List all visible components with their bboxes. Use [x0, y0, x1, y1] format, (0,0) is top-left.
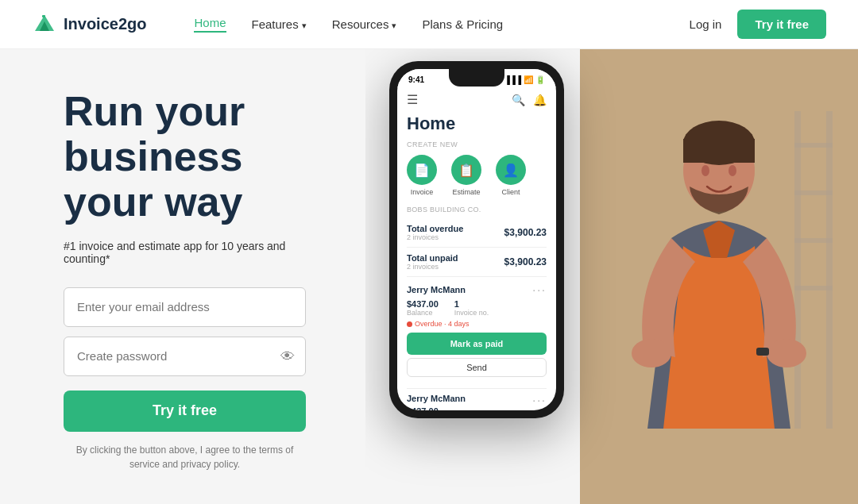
svg-rect-4 — [794, 111, 801, 429]
client-card2-header: Jerry McMann ··· — [407, 394, 547, 406]
phone-home-title: Home — [407, 113, 547, 134]
client-section-label: BOBS BUILDING CO. — [407, 206, 547, 214]
phone-nav-icons: 🔍 🔔 — [512, 94, 547, 106]
nav-resources[interactable]: Resources — [332, 17, 397, 31]
invoices-value: 1 — [454, 299, 489, 309]
phone-notch — [449, 69, 504, 87]
nav-pricing[interactable]: Plans & Pricing — [422, 17, 503, 31]
overdue-dot — [407, 321, 412, 327]
balance-value: $437.00 — [407, 299, 439, 309]
overdue-badge: Overdue · 4 days — [407, 320, 547, 328]
svg-rect-9 — [794, 286, 833, 290]
estimate-icon-circle: 📋 — [451, 155, 481, 185]
unpaid-label: Total unpaid — [407, 253, 458, 263]
create-icons-row: 📄 Invoice 📋 Estimate 👤 Client — [407, 155, 547, 196]
svg-rect-5 — [826, 111, 833, 429]
phone-mockup: 9:41 ▐▐▐ 📶 🔋 ☰ 🔍 🔔 — [389, 61, 564, 418]
disclaimer-text: By clicking the button above, I agree to… — [64, 443, 306, 471]
resources-chevron — [392, 17, 396, 31]
invoices-label: Invoice no. — [454, 309, 489, 317]
stat-unpaid: Total unpaid 2 invoices $3,900.23 — [407, 248, 547, 277]
client-name: Jerry McMann — [407, 285, 466, 294]
unpaid-amount: $3,900.23 — [504, 256, 547, 267]
create-estimate-item[interactable]: 📋 Estimate — [451, 155, 481, 196]
hero-try-free-button[interactable]: Try it free — [64, 391, 306, 432]
client2-balance: $437.00 — [407, 406, 547, 410]
svg-rect-8 — [794, 238, 833, 243]
navbar: Invoice2go Home Features Resources Plans… — [0, 0, 858, 49]
more-options2-icon[interactable]: ··· — [532, 394, 547, 406]
hero-subtitle: #1 invoice and estimate app for 10 years… — [64, 240, 334, 265]
estimate-label: Estimate — [452, 188, 480, 196]
signal-icon: ▐▐▐ — [504, 75, 521, 84]
status-icons: ▐▐▐ 📶 🔋 — [504, 75, 545, 84]
overdue-sub: 2 invoices — [407, 233, 463, 241]
nav-features[interactable]: Features — [252, 17, 307, 31]
phone-screen: 9:41 ▐▐▐ 📶 🔋 ☰ 🔍 🔔 — [397, 69, 556, 410]
password-wrap: 👁 — [64, 337, 306, 376]
svg-rect-6 — [794, 143, 833, 148]
toggle-password-icon[interactable]: 👁 — [280, 348, 295, 364]
wifi-icon: 📶 — [524, 75, 533, 84]
client-card-1: Jerry McMann ··· $437.00 Balance 1 — [407, 277, 547, 389]
nav-links: Home Features Resources Plans & Pricing — [194, 16, 689, 33]
invoice-label: Invoice — [411, 188, 434, 196]
password-input[interactable] — [64, 337, 306, 376]
email-input[interactable] — [64, 287, 306, 327]
svg-rect-2 — [42, 15, 45, 17]
svg-rect-7 — [794, 190, 833, 195]
client-icon-circle: 👤 — [496, 155, 526, 185]
nav-home[interactable]: Home — [194, 16, 226, 33]
svg-point-13 — [701, 165, 709, 176]
balance-label: Balance — [407, 309, 439, 317]
hero-right: 9:41 ▐▐▐ 📶 🔋 ☰ 🔍 🔔 — [365, 49, 858, 504]
client-details: $437.00 Balance 1 Invoice no. — [407, 299, 547, 317]
svg-rect-12 — [683, 139, 755, 163]
logo-text: Invoice2go — [64, 15, 146, 33]
client-card-2: Jerry McMann ··· $437.00 — [407, 389, 547, 410]
phone-content: ☰ 🔍 🔔 Home CREATE NEW 📄 Invoice — [397, 87, 556, 410]
phone-outer: 9:41 ▐▐▐ 📶 🔋 ☰ 🔍 🔔 — [389, 61, 564, 418]
hamburger-icon[interactable]: ☰ — [407, 92, 418, 107]
more-options-icon[interactable]: ··· — [532, 283, 547, 296]
person-svg — [580, 49, 858, 504]
features-chevron — [302, 17, 307, 31]
svg-point-16 — [767, 339, 806, 367]
overdue-label: Total overdue — [407, 224, 463, 233]
person-photo — [580, 49, 858, 504]
phone-search-icon[interactable]: 🔍 — [512, 94, 525, 106]
nav-try-free-button[interactable]: Try it free — [737, 10, 826, 39]
password-group: 👁 — [64, 337, 334, 376]
battery-icon: 🔋 — [535, 75, 545, 84]
phone-bell-icon[interactable]: 🔔 — [533, 94, 547, 106]
unpaid-sub: 2 invoices — [407, 263, 458, 271]
nav-right: Log in Try it free — [690, 10, 826, 39]
svg-rect-17 — [756, 348, 769, 356]
overdue-amount: $3,900.23 — [504, 227, 547, 238]
phone-time: 9:41 — [408, 75, 424, 84]
client-card-header: Jerry McMann ··· — [407, 283, 547, 296]
svg-point-15 — [632, 339, 671, 367]
client-label: Client — [501, 188, 520, 196]
create-invoice-item[interactable]: 📄 Invoice — [407, 155, 437, 196]
create-new-label: CREATE NEW — [407, 140, 547, 148]
send-button[interactable]: Send — [407, 358, 547, 377]
hero-title: Run your business your way — [64, 89, 334, 225]
logo-icon — [32, 12, 57, 37]
client2-name: Jerry McMann — [407, 394, 466, 406]
logo[interactable]: Invoice2go — [32, 12, 146, 37]
person-bg — [580, 49, 858, 504]
email-group — [64, 287, 334, 327]
hero-section: Run your business your way #1 invoice an… — [0, 49, 858, 504]
phone-nav-row: ☰ 🔍 🔔 — [407, 87, 547, 113]
invoice-icon-circle: 📄 — [407, 155, 437, 185]
svg-point-14 — [729, 165, 736, 176]
create-client-item[interactable]: 👤 Client — [496, 155, 526, 196]
hero-left: Run your business your way #1 invoice an… — [0, 49, 365, 504]
stat-overdue: Total overdue 2 invoices $3,900.23 — [407, 218, 547, 248]
nav-login[interactable]: Log in — [690, 17, 722, 31]
mark-as-paid-button[interactable]: Mark as paid — [407, 333, 547, 355]
